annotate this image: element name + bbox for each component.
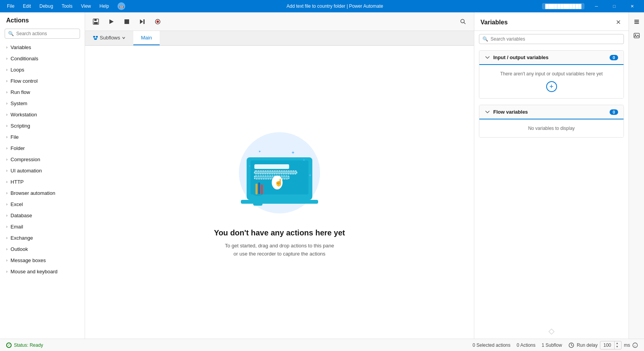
minimize-button[interactable]: ─: [588, 0, 605, 12]
search-actions-input[interactable]: [16, 31, 77, 36]
chevron-icon: ›: [6, 56, 7, 61]
stepper-up[interactable]: ▲: [615, 341, 620, 345]
svg-rect-40: [634, 33, 639, 38]
action-item-email[interactable]: ›Email: [0, 221, 85, 232]
action-item-excel[interactable]: ›Excel: [0, 199, 85, 210]
search-toolbar-button[interactable]: [457, 15, 469, 28]
variables-panel: Variables ✕ 🔍 Input / output variables 0…: [474, 12, 629, 339]
tab-main[interactable]: Main: [133, 31, 160, 45]
svg-point-8: [157, 20, 159, 23]
action-item-file[interactable]: ›File: [0, 131, 85, 143]
stepper-down[interactable]: ▼: [615, 345, 620, 348]
svg-rect-36: [261, 184, 263, 194]
action-item-ui-automation[interactable]: ›UI automation: [0, 165, 85, 176]
tabs-bar: Subflows Main: [85, 31, 474, 46]
layers-icon-button[interactable]: [630, 15, 643, 28]
input-output-section-header[interactable]: Input / output variables 0: [479, 51, 624, 64]
action-label: Conditionals: [10, 56, 38, 61]
chevron-icon: ›: [6, 79, 7, 83]
action-item-variables[interactable]: ›Variables: [0, 42, 85, 53]
run-button[interactable]: [105, 15, 118, 28]
svg-rect-11: [93, 36, 95, 37]
chevron-icon: ›: [6, 169, 7, 173]
action-label: Excel: [10, 201, 23, 207]
tab-subflows[interactable]: Subflows: [85, 31, 133, 45]
svg-rect-2: [94, 22, 98, 24]
menu-file[interactable]: File: [3, 2, 18, 10]
svg-line-10: [464, 22, 465, 24]
action-item-compression[interactable]: ›Compression: [0, 154, 85, 165]
add-variable-button[interactable]: +: [546, 81, 557, 92]
variables-panel-title: Variables: [480, 19, 614, 26]
menu-tools[interactable]: Tools: [58, 2, 76, 10]
svg-rect-38: [634, 21, 639, 22]
flow-variables-count-badge: 0: [610, 109, 618, 115]
run-delay-control: Run delay 100 ▲ ▼ ms i: [568, 341, 638, 349]
action-item-message-boxes[interactable]: ›Message boxes: [0, 255, 85, 266]
flow-empty-text: No variables to display: [528, 126, 575, 131]
svg-marker-5: [140, 19, 143, 24]
action-item-database[interactable]: ›Database: [0, 210, 85, 221]
action-label: Variables: [10, 44, 31, 50]
canvas-illustration: ☝ ✦ ✦ ✦ ✦ ✦: [225, 126, 334, 219]
svg-rect-35: [258, 182, 260, 194]
run-delay-stepper[interactable]: ▲ ▼: [614, 341, 620, 349]
action-item-run-flow[interactable]: ›Run flow: [0, 87, 85, 98]
search-variables-input[interactable]: [491, 36, 620, 42]
close-button[interactable]: ✕: [623, 0, 641, 12]
action-item-conditionals[interactable]: ›Conditionals: [0, 53, 85, 64]
search-actions-box[interactable]: 🔍: [5, 29, 80, 39]
variables-panel-close[interactable]: ✕: [614, 17, 622, 27]
action-label: Compression: [10, 157, 40, 162]
chevron-icon: ›: [6, 135, 7, 139]
run-delay-unit: ms: [624, 342, 630, 348]
input-output-variables-section: Input / output variables 0 There aren't …: [479, 50, 624, 99]
action-item-scripting[interactable]: ›Scripting: [0, 120, 85, 131]
side-panel-icons: [629, 12, 644, 339]
menu-help[interactable]: Help: [95, 2, 113, 10]
search-variables-icon: 🔍: [482, 36, 488, 42]
svg-rect-22: [254, 171, 297, 174]
action-item-folder[interactable]: ›Folder: [0, 143, 85, 154]
action-item-mouse-keyboard[interactable]: ›Mouse and keyboard: [0, 266, 85, 277]
titlebar: File Edit Debug Tools View Help 🤖 Add te…: [0, 0, 644, 12]
user-account[interactable]: ████████████: [542, 3, 584, 9]
chevron-icon: ›: [6, 112, 7, 117]
action-item-outlook[interactable]: ›Outlook: [0, 244, 85, 255]
chevron-icon: ›: [6, 146, 7, 150]
chevron-down-icon: [485, 55, 490, 60]
stop-button[interactable]: [121, 15, 133, 28]
run-delay-input[interactable]: 100 ▲ ▼: [600, 341, 622, 349]
svg-rect-39: [634, 23, 639, 24]
action-label: System: [10, 101, 27, 106]
menu-edit[interactable]: Edit: [19, 2, 35, 10]
menu-debug[interactable]: Debug: [36, 2, 57, 10]
action-label: Workstation: [10, 112, 37, 118]
action-item-system[interactable]: ›System: [0, 98, 85, 109]
action-item-loops[interactable]: ›Loops: [0, 64, 85, 75]
save-button[interactable]: [90, 15, 102, 28]
svg-rect-1: [94, 19, 97, 21]
maximize-button[interactable]: □: [605, 0, 623, 12]
chevron-icon: ›: [6, 191, 7, 195]
next-button[interactable]: [136, 15, 148, 28]
chevron-down-icon: [485, 109, 490, 115]
svg-text:✦: ✦: [308, 173, 312, 177]
menu-view[interactable]: View: [77, 2, 95, 10]
action-item-http[interactable]: ›HTTP: [0, 176, 85, 187]
flow-section-title: Flow variables: [493, 109, 607, 115]
action-item-browser-automation[interactable]: ›Browser automation: [0, 187, 85, 199]
record-button[interactable]: [152, 15, 164, 28]
svg-rect-37: [634, 20, 639, 21]
action-label: Flow control: [10, 78, 37, 84]
search-variables-box[interactable]: 🔍: [479, 34, 624, 44]
image-icon-button[interactable]: [630, 29, 643, 42]
action-item-workstation[interactable]: ›Workstation: [0, 109, 85, 120]
chevron-icon: ›: [6, 225, 7, 229]
flow-section-header[interactable]: Flow variables 0: [479, 105, 624, 119]
action-label: Browser automation: [10, 190, 55, 196]
svg-point-9: [461, 19, 464, 23]
window-title: Add text file to country folder | Power …: [128, 3, 542, 9]
action-item-flow-control[interactable]: ›Flow control: [0, 75, 85, 87]
action-item-exchange[interactable]: ›Exchange: [0, 232, 85, 244]
